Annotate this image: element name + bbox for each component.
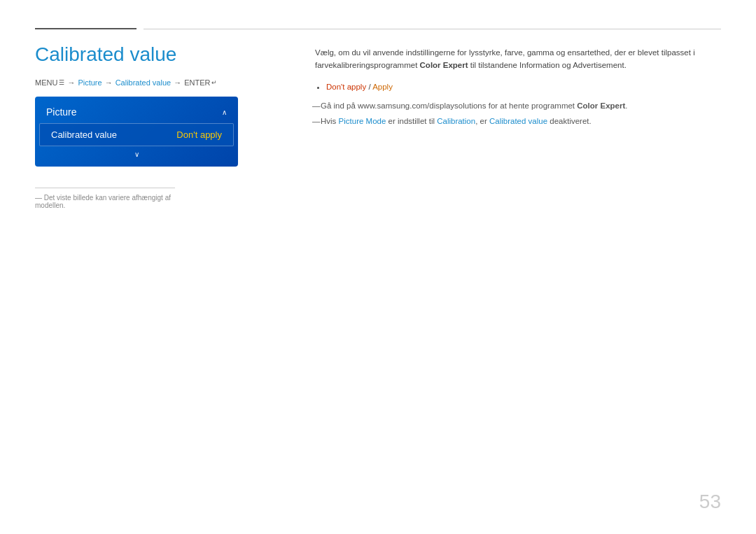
right-column: Vælg, om du vil anvende indstillingerne … [315,43,721,209]
dash-item-2: Hvis Picture Mode er indstillet til Cali… [315,115,721,129]
breadcrumb-arrow-3: → [174,78,181,87]
breadcrumb-menu-icon: ☰ [59,79,64,86]
dash2-mid: er indstillet til [386,117,437,125]
main-content: Calibrated value MENU ☰ → Picture → Cali… [35,43,721,209]
dash2-prefix: Hvis [321,117,339,125]
divider-short [35,28,136,29]
description-bold: Color Expert [420,61,468,69]
tv-menu: Picture ∧ Calibrated value Don't apply ∨ [35,97,238,167]
dash1-link: Color Expert [577,101,625,110]
dash2-suffix-end: deaktiveret. [547,117,592,125]
divider-long [144,29,721,29]
dash2-suffix-pre: , er [475,117,489,125]
top-dividers [35,28,721,29]
breadcrumb-enter: ENTER [184,78,210,87]
breadcrumb-picture: Picture [78,78,102,87]
dash1-suffix: . [625,101,627,110]
tv-menu-title: Picture [46,106,77,118]
page-container: Calibrated value MENU ☰ → Picture → Cali… [0,0,756,534]
note-text: ― Det viste billede kan variere afhængig… [35,188,175,209]
dash2-calibration: Calibration [437,117,475,125]
left-column: Calibrated value MENU ☰ → Picture → Cali… [35,43,287,209]
breadcrumb-arrow-2: → [105,78,113,87]
tv-menu-item-label: Calibrated value [51,129,117,140]
description-text: Vælg, om du vil anvende indstillingerne … [315,46,721,72]
tv-menu-item-calibrated[interactable]: Calibrated value Don't apply [39,123,234,146]
breadcrumb-menu: MENU [35,78,57,87]
dont-apply-text: Don't apply [326,83,366,91]
chevron-up-icon: ∧ [222,108,227,116]
tv-menu-item-value: Don't apply [176,129,222,140]
page-title: Calibrated value [35,43,287,66]
dash1-prefix: Gå ind på www.samsung.com/displaysolutio… [321,101,577,110]
breadcrumb-calibrated: Calibrated value [115,78,172,87]
breadcrumb-arrow-1: → [67,78,75,87]
dash2-picture-mode: Picture Mode [339,117,386,125]
bullet-list: Don't apply / Apply [326,80,721,94]
breadcrumb-enter-icon: ↵ [211,79,217,86]
tv-menu-header: Picture ∧ [35,102,238,122]
apply-text: Apply [372,83,393,91]
description-part2: til tilstandene Information og Advertise… [468,61,626,69]
dash2-calibrated-value: Calibrated value [489,117,547,125]
chevron-down-icon: ∨ [35,148,238,161]
bullet-item-apply: Don't apply / Apply [326,80,721,94]
dash-item-1: Gå ind på www.samsung.com/displaysolutio… [315,99,721,113]
breadcrumb: MENU ☰ → Picture → Calibrated value → EN… [35,78,287,87]
page-number: 53 [699,491,721,513]
